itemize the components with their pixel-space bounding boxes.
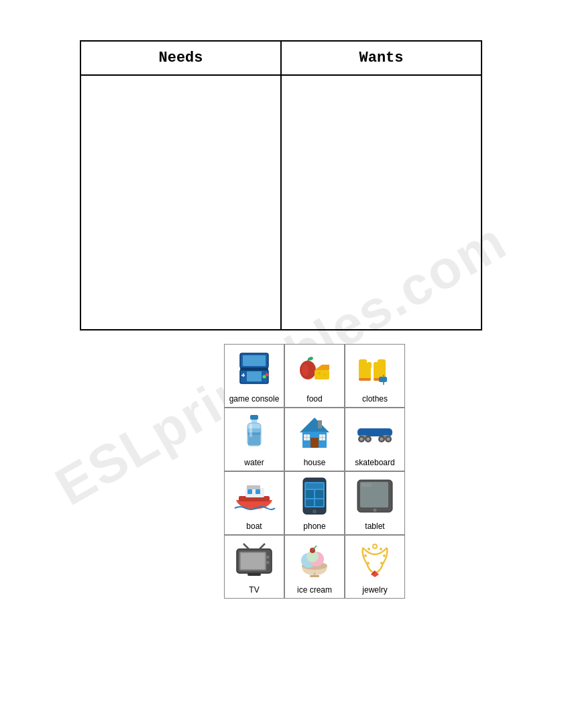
water-icon (234, 412, 274, 452)
svg-point-15 (324, 374, 326, 376)
svg-rect-74 (241, 553, 265, 569)
skateboard-icon (355, 412, 395, 452)
tv-icon (234, 540, 274, 580)
phone-icon (294, 476, 335, 516)
item-boat[interactable]: boat (224, 471, 284, 535)
svg-rect-32 (249, 424, 252, 437)
svg-rect-86 (310, 575, 319, 577)
svg-rect-64 (315, 490, 323, 498)
item-phone[interactable]: phone (284, 471, 345, 535)
svg-rect-57 (247, 485, 260, 489)
svg-point-67 (313, 509, 317, 513)
item-ice-cream[interactable]: ice cream (284, 535, 345, 599)
items-grid: game console (224, 344, 405, 599)
jewelry-label: jewelry (362, 586, 387, 594)
svg-line-75 (243, 544, 249, 549)
svg-rect-59 (256, 489, 260, 494)
needs-header: Needs (80, 41, 281, 75)
svg-point-91 (380, 548, 382, 550)
svg-rect-22 (374, 362, 378, 369)
ice-cream-label: ice cream (297, 586, 332, 594)
svg-point-48 (360, 438, 363, 441)
boat-icon (234, 476, 274, 516)
svg-point-14 (318, 372, 321, 375)
svg-rect-25 (383, 375, 384, 377)
water-label: water (244, 459, 264, 467)
house-label: house (304, 459, 326, 467)
svg-rect-36 (311, 438, 319, 448)
svg-rect-44 (359, 429, 391, 436)
svg-rect-18 (367, 362, 372, 369)
food-icon (294, 349, 335, 389)
svg-point-77 (266, 556, 270, 559)
food-label: food (306, 395, 322, 403)
tablet-icon (355, 476, 395, 516)
svg-rect-8 (243, 373, 244, 377)
needs-wants-table: Needs Wants (80, 40, 482, 330)
svg-point-50 (367, 438, 370, 441)
svg-rect-70 (361, 483, 372, 487)
svg-rect-63 (306, 490, 314, 498)
ice-cream-icon (294, 540, 335, 580)
svg-point-78 (266, 561, 270, 564)
svg-rect-17 (359, 359, 367, 369)
svg-rect-58 (247, 489, 252, 494)
svg-point-52 (380, 438, 384, 441)
svg-point-54 (387, 438, 390, 441)
tablet-label: tablet (365, 522, 384, 530)
svg-marker-13 (315, 365, 329, 370)
item-water[interactable]: water (224, 408, 284, 471)
svg-marker-33 (300, 418, 329, 432)
svg-point-6 (263, 375, 266, 379)
svg-rect-79 (247, 573, 261, 576)
item-food[interactable]: food (284, 344, 345, 408)
svg-line-76 (260, 544, 265, 549)
svg-rect-12 (315, 370, 329, 379)
game-console-icon (234, 349, 274, 389)
svg-rect-1 (243, 355, 266, 366)
svg-rect-27 (250, 415, 258, 420)
svg-rect-24 (379, 377, 387, 382)
house-icon (294, 412, 335, 452)
page-content: Needs Wants (0, 0, 562, 599)
needs-column (80, 75, 281, 330)
svg-rect-34 (318, 420, 322, 428)
jewelry-icon (355, 540, 395, 580)
item-jewelry[interactable]: jewelry (345, 535, 405, 599)
svg-point-92 (364, 554, 367, 557)
svg-point-94 (367, 562, 370, 564)
item-skateboard[interactable]: skateboard (345, 408, 405, 471)
svg-point-71 (374, 509, 377, 512)
svg-point-89 (373, 544, 377, 548)
item-clothes[interactable]: clothes (345, 344, 405, 408)
skateboard-label: skateboard (355, 459, 394, 467)
clothes-label: clothes (362, 395, 388, 403)
svg-point-90 (368, 548, 370, 550)
svg-rect-65 (306, 499, 314, 506)
svg-rect-26 (383, 382, 384, 385)
svg-rect-66 (315, 499, 323, 506)
item-house[interactable]: house (284, 408, 345, 471)
boat-label: boat (246, 522, 262, 530)
wants-header: Wants (281, 41, 482, 75)
svg-point-5 (266, 373, 269, 377)
phone-label: phone (303, 522, 325, 530)
svg-rect-28 (251, 420, 257, 423)
game-console-label: game console (229, 395, 280, 403)
clothes-icon (355, 349, 395, 389)
svg-point-93 (383, 554, 386, 557)
svg-point-95 (380, 562, 383, 564)
item-tablet[interactable]: tablet (345, 471, 405, 535)
item-game-console[interactable]: game console (224, 344, 284, 408)
item-tv[interactable]: TV (224, 535, 284, 599)
svg-rect-19 (359, 378, 371, 381)
tv-label: TV (249, 586, 259, 594)
wants-column (281, 75, 482, 330)
svg-rect-4 (247, 371, 262, 381)
svg-rect-21 (378, 359, 386, 369)
svg-rect-62 (306, 483, 323, 489)
svg-point-10 (302, 364, 308, 376)
